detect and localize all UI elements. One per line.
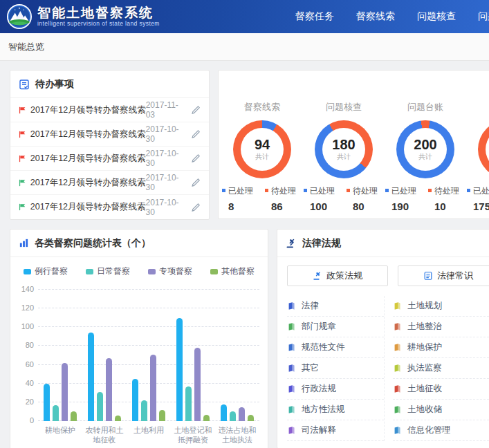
- law-category-link[interactable]: 其它: [287, 358, 384, 379]
- bar[interactable]: [203, 415, 210, 422]
- edit-button[interactable]: [191, 105, 201, 115]
- law-category-link[interactable]: 土地规划: [393, 296, 489, 317]
- bar[interactable]: [239, 407, 245, 421]
- processed-value: 175: [467, 200, 489, 212]
- law-column: 法律 部门规章 规范性文件 其它 行政法规 地方性: [287, 296, 384, 441]
- bar[interactable]: [248, 415, 254, 422]
- legend-item[interactable]: 其他督察: [210, 265, 255, 277]
- app-subtitle: intelligent supervision of state land sy…: [37, 21, 160, 28]
- laws-panel: 法律法规 政策法规: [277, 229, 489, 448]
- law-category-link[interactable]: 行政法规: [287, 379, 384, 400]
- bar[interactable]: [132, 379, 138, 421]
- bar-group: [132, 290, 165, 421]
- todo-item-title: 2017年12月领导转办督察线索: [30, 177, 146, 189]
- nav-item-problem-check[interactable]: 问题核查: [417, 10, 456, 23]
- y-axis-tick: 20: [16, 398, 34, 406]
- nav-item-supervision-task[interactable]: 督察任务: [295, 10, 334, 23]
- legend-item[interactable]: 专项督察: [148, 265, 192, 277]
- donut-center: 200 共计: [404, 128, 447, 171]
- bar[interactable]: [141, 400, 147, 421]
- bar[interactable]: [185, 386, 192, 421]
- legend-item[interactable]: 日常督察: [86, 265, 130, 277]
- law-category-link[interactable]: 司法解释: [287, 420, 384, 441]
- pencil-icon: [191, 129, 201, 139]
- processed-dot: [304, 189, 307, 192]
- bar[interactable]: [53, 405, 59, 421]
- todo-item[interactable]: 2017年12月领导转办督察线索 2017-10-30: [10, 147, 209, 171]
- law-category-label: 土地收储: [407, 404, 442, 416]
- law-category-link[interactable]: 土地收储: [393, 400, 489, 420]
- donut-total-label: 共计: [418, 152, 432, 162]
- todo-list-icon: [19, 79, 30, 90]
- todo-item-title: 2017年12月领导转办督察线索: [30, 153, 146, 165]
- bar[interactable]: [62, 363, 68, 421]
- bar[interactable]: [115, 416, 121, 421]
- legend-swatch: [24, 269, 31, 274]
- legend-label: 专项督察: [159, 265, 192, 277]
- bottom-row: 各类督察问题统计表（个） 例行督察日常督察专项督察其他督察 1401201008…: [10, 229, 489, 448]
- processed-dot: [222, 189, 225, 192]
- todo-item-title: 2017年12月领导转办督察线索: [30, 201, 146, 213]
- logo-mountain-icon: [7, 4, 32, 29]
- bar[interactable]: [230, 411, 236, 421]
- law-category-link[interactable]: 土地征收: [393, 379, 489, 400]
- bar[interactable]: [194, 348, 201, 421]
- chart-panel-header: 各类督察问题统计表（个）: [10, 230, 268, 257]
- book-icon: [393, 384, 402, 393]
- page-title: 智能总览: [8, 41, 44, 53]
- legal-knowledge-button[interactable]: 法律常识: [398, 265, 489, 286]
- y-axis-tick: 60: [16, 360, 34, 368]
- bar[interactable]: [106, 358, 112, 421]
- bar[interactable]: [176, 318, 183, 421]
- legend-item[interactable]: 例行督察: [24, 265, 68, 277]
- gavel-icon: [286, 238, 297, 249]
- book-icon: [393, 364, 402, 373]
- law-category-link[interactable]: 耕地保护: [393, 337, 489, 358]
- todo-item[interactable]: 2017年12月领导转办督察线索 2017-11-03: [10, 98, 209, 122]
- book-icon: [393, 343, 402, 352]
- law-category-link[interactable]: 规范性文件: [287, 337, 384, 358]
- nav-item-supervision-clue[interactable]: 督察线索: [356, 10, 395, 23]
- flag-icon: [19, 130, 26, 139]
- todo-item[interactable]: 2017年12月领导转办督察线索 2017-10-30: [10, 195, 209, 219]
- bar[interactable]: [71, 411, 77, 421]
- law-category-link[interactable]: 地方性法规: [287, 400, 384, 420]
- book-icon: [393, 301, 402, 310]
- law-category-link[interactable]: 部门规章: [287, 317, 384, 337]
- breadcrumb-bar: 智能总览: [0, 33, 489, 61]
- processed-value: 8: [222, 200, 259, 212]
- bar[interactable]: [159, 410, 165, 421]
- law-category-link[interactable]: 信息化管理: [393, 420, 489, 441]
- donut-total-label: 共计: [337, 152, 351, 162]
- bar-plot: 140120100806040200: [38, 290, 259, 421]
- donut-title: 问题核查: [303, 101, 385, 116]
- nav-item-problem-ledger[interactable]: 问题台账: [478, 10, 489, 23]
- app-logo: 智能土地督察系统 intelligent supervision of stat…: [7, 4, 160, 29]
- book-icon: [287, 426, 296, 435]
- law-category-label: 司法解释: [302, 424, 336, 436]
- bar[interactable]: [150, 355, 156, 421]
- bar[interactable]: [221, 404, 227, 421]
- law-category-list: 法律 部门规章 规范性文件 其它 行政法规 地方性: [277, 296, 489, 448]
- todo-item[interactable]: 2017年12月领导转办督察线索 2017-10-30: [10, 171, 209, 195]
- donut-legend: 已处理 待处理: [466, 185, 489, 197]
- bar[interactable]: [88, 333, 94, 421]
- law-category-label: 法律: [302, 300, 319, 312]
- todo-item-date: 2017-10-30: [146, 149, 184, 168]
- law-category-link[interactable]: 法律: [287, 296, 384, 317]
- law-category-label: 部门规章: [302, 321, 336, 333]
- edit-button[interactable]: [191, 203, 201, 212]
- bar[interactable]: [44, 384, 50, 421]
- policy-regulations-button[interactable]: 政策法规: [287, 265, 388, 286]
- todo-item[interactable]: 2017年12月领导转办督察线索 2017-10-30: [10, 122, 209, 147]
- bar-group: [88, 290, 121, 421]
- edit-button[interactable]: [191, 153, 201, 163]
- donut-values: 8 86: [221, 200, 303, 212]
- bar[interactable]: [97, 392, 103, 421]
- edit-button[interactable]: [191, 178, 201, 187]
- law-category-link[interactable]: 土地整治: [393, 317, 489, 337]
- edit-button[interactable]: [191, 129, 201, 139]
- legend-label: 其他督察: [221, 265, 255, 277]
- law-category-link[interactable]: 执法监察: [393, 358, 489, 379]
- donut-total-value: 94: [255, 138, 270, 152]
